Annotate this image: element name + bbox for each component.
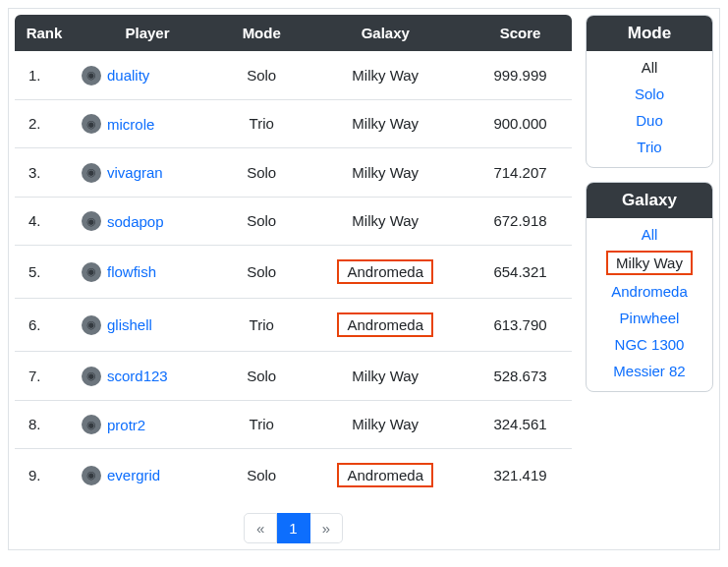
galaxy-highlight: Andromeda xyxy=(337,463,433,487)
player-link[interactable]: protr2 xyxy=(107,417,145,433)
rank-cell: 8. xyxy=(15,400,74,449)
table-row: 4.◉sodapopSoloMilky Way672.918 xyxy=(15,197,572,246)
player-link[interactable]: vivagran xyxy=(107,164,163,181)
player-cell: ◉microle xyxy=(74,99,221,148)
score-cell: 324.561 xyxy=(469,400,572,449)
avatar-icon: ◉ xyxy=(82,211,101,231)
galaxy-filter-title: Galaxy xyxy=(587,183,712,218)
rank-cell: 6. xyxy=(15,299,74,352)
mode-filter-item[interactable]: Solo xyxy=(629,84,670,104)
player-cell: ◉protr2 xyxy=(74,400,221,449)
col-header-player: Player xyxy=(74,15,221,51)
table-row: 8.◉protr2TrioMilky Way324.561 xyxy=(15,400,572,449)
galaxy-filter-item[interactable]: Messier 82 xyxy=(607,361,691,381)
score-cell: 654.321 xyxy=(469,246,572,299)
leaderboard-table: Rank Player Mode Galaxy Score 1.◉duality… xyxy=(15,15,572,501)
player-link[interactable]: microle xyxy=(107,116,154,133)
galaxy-cell: Milky Way xyxy=(302,51,469,99)
mode-cell: Trio xyxy=(221,99,302,148)
score-cell: 900.000 xyxy=(469,99,572,148)
pagination-next[interactable]: » xyxy=(310,513,343,543)
galaxy-filter-item[interactable]: Andromeda xyxy=(605,281,694,302)
galaxy-cell: Andromeda xyxy=(302,449,469,502)
avatar-icon: ◉ xyxy=(82,262,101,282)
player-cell: ◉flowfish xyxy=(74,246,221,299)
avatar-icon: ◉ xyxy=(82,315,101,335)
mode-filter-panel: Mode AllSoloDuoTrio xyxy=(586,15,713,168)
table-row: 7.◉scord123SoloMilky Way528.673 xyxy=(15,352,572,401)
table-row: 5.◉flowfishSoloAndromeda654.321 xyxy=(15,246,572,299)
galaxy-highlight: Andromeda xyxy=(337,259,433,284)
score-cell: 672.918 xyxy=(469,197,572,246)
mode-cell: Solo xyxy=(221,449,302,502)
score-cell: 714.207 xyxy=(469,148,572,198)
galaxy-filter-panel: Galaxy AllMilky WayAndromedaPinwheelNGC … xyxy=(586,182,713,392)
table-row: 2.◉microleTrioMilky Way900.000 xyxy=(15,99,572,148)
player-cell: ◉glishell xyxy=(74,299,221,352)
player-link[interactable]: duality xyxy=(107,67,149,84)
mode-filter-item[interactable]: Duo xyxy=(630,110,669,131)
avatar-icon: ◉ xyxy=(82,114,101,134)
score-cell: 321.419 xyxy=(469,449,572,502)
mode-filter-item[interactable]: Trio xyxy=(631,137,667,157)
table-row: 1.◉dualitySoloMilky Way999.999 xyxy=(15,51,572,99)
mode-filter-title: Mode xyxy=(587,16,712,51)
leaderboard-layout: Rank Player Mode Galaxy Score 1.◉duality… xyxy=(8,8,720,550)
player-link[interactable]: flowfish xyxy=(107,263,156,280)
col-header-mode: Mode xyxy=(221,15,302,51)
rank-cell: 3. xyxy=(15,148,74,198)
player-cell: ◉evergrid xyxy=(74,449,221,502)
table-row: 9.◉evergridSoloAndromeda321.419 xyxy=(15,449,572,502)
mode-cell: Trio xyxy=(221,299,302,352)
mode-cell: Solo xyxy=(221,246,302,299)
player-link[interactable]: scord123 xyxy=(107,368,168,384)
pagination-prev[interactable]: « xyxy=(244,513,277,543)
mode-cell: Solo xyxy=(221,51,302,99)
score-cell: 999.999 xyxy=(469,51,572,99)
galaxy-highlight: Andromeda xyxy=(337,312,433,337)
table-row: 6.◉glishellTrioAndromeda613.790 xyxy=(15,299,572,352)
mode-cell: Solo xyxy=(221,197,302,246)
galaxy-filter-item[interactable]: Pinwheel xyxy=(614,308,686,328)
galaxy-filter-item[interactable]: Milky Way xyxy=(606,251,693,275)
mode-filter-item[interactable]: All xyxy=(636,57,664,78)
player-link[interactable]: glishell xyxy=(107,316,152,333)
mode-cell: Trio xyxy=(221,400,302,449)
col-header-rank: Rank xyxy=(15,15,74,51)
galaxy-cell: Milky Way xyxy=(302,148,469,198)
rank-cell: 4. xyxy=(15,197,74,246)
rank-cell: 9. xyxy=(15,449,74,502)
galaxy-cell: Milky Way xyxy=(302,352,469,401)
table-row: 3.◉vivagranSoloMilky Way714.207 xyxy=(15,148,572,198)
rank-cell: 5. xyxy=(15,246,74,299)
player-cell: ◉vivagran xyxy=(74,148,221,198)
avatar-icon: ◉ xyxy=(82,367,101,386)
player-link[interactable]: evergrid xyxy=(107,467,160,483)
galaxy-cell: Andromeda xyxy=(302,299,469,352)
avatar-icon: ◉ xyxy=(82,415,101,434)
player-link[interactable]: sodapop xyxy=(107,213,164,230)
galaxy-filter-item[interactable]: NGC 1300 xyxy=(609,334,691,355)
player-cell: ◉scord123 xyxy=(74,352,221,401)
player-cell: ◉duality xyxy=(74,51,221,99)
mode-cell: Solo xyxy=(221,352,302,401)
pagination: « 1 » xyxy=(15,513,572,543)
score-cell: 613.790 xyxy=(469,299,572,352)
galaxy-cell: Andromeda xyxy=(302,246,469,299)
rank-cell: 1. xyxy=(15,51,74,99)
pagination-page-1[interactable]: 1 xyxy=(277,513,309,543)
galaxy-cell: Milky Way xyxy=(302,197,469,246)
galaxy-filter-item[interactable]: All xyxy=(636,224,664,245)
col-header-score: Score xyxy=(469,15,572,51)
galaxy-cell: Milky Way xyxy=(302,400,469,449)
rank-cell: 2. xyxy=(15,99,74,148)
player-cell: ◉sodapop xyxy=(74,197,221,246)
score-cell: 528.673 xyxy=(469,352,572,401)
leaderboard-main: Rank Player Mode Galaxy Score 1.◉duality… xyxy=(15,15,572,543)
avatar-icon: ◉ xyxy=(82,66,101,85)
col-header-galaxy: Galaxy xyxy=(302,15,469,51)
avatar-icon: ◉ xyxy=(82,466,101,485)
galaxy-cell: Milky Way xyxy=(302,99,469,148)
mode-cell: Solo xyxy=(221,148,302,198)
avatar-icon: ◉ xyxy=(82,163,101,183)
